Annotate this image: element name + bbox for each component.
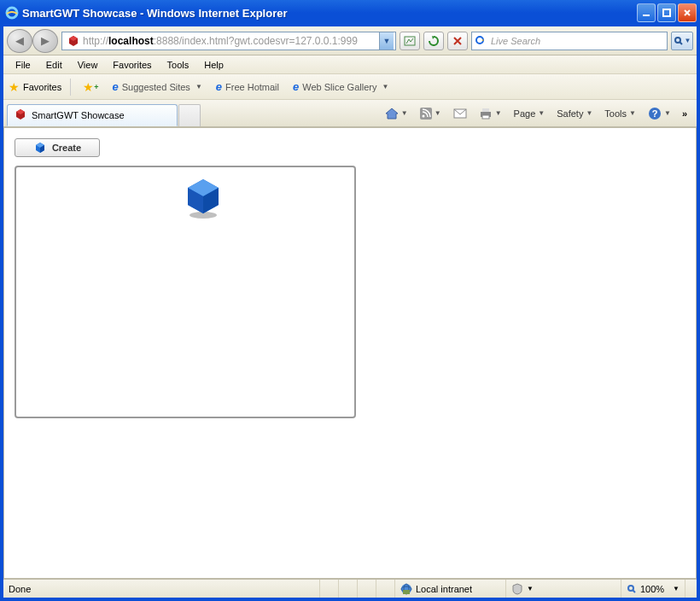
- zoom-control[interactable]: 100% ▼: [621, 580, 685, 598]
- menu-edit[interactable]: Edit: [39, 58, 69, 72]
- chevron-down-icon: ▼: [629, 109, 636, 117]
- help-button[interactable]: ? ▼: [645, 104, 674, 123]
- link-free-hotmail[interactable]: e Free Hotmail: [213, 79, 283, 95]
- svg-line-21: [633, 590, 635, 592]
- protected-mode-button[interactable]: ▼: [505, 580, 539, 598]
- cmd-label: Safety: [557, 108, 583, 119]
- cmd-label: Page: [514, 108, 536, 119]
- chevron-down-icon: ▼: [435, 109, 441, 117]
- refresh-button[interactable]: [423, 32, 444, 50]
- chevron-down-icon: ▼: [586, 109, 592, 117]
- cube-icon: [33, 141, 47, 155]
- address-dropdown[interactable]: ▼: [379, 32, 394, 50]
- globe-icon: [400, 583, 412, 595]
- page-menu[interactable]: Page▼: [510, 106, 549, 121]
- svg-point-8: [422, 114, 424, 117]
- tools-menu[interactable]: Tools▼: [601, 106, 639, 121]
- printer-icon: [479, 108, 493, 120]
- search-box[interactable]: Live Search: [471, 32, 668, 50]
- window-minimize-button[interactable]: [637, 3, 656, 22]
- back-button[interactable]: ◀: [7, 29, 32, 53]
- window-maximize-button[interactable]: [657, 3, 676, 22]
- home-button[interactable]: ▼: [382, 105, 411, 122]
- toolbar-overflow-button[interactable]: »: [680, 108, 690, 119]
- bing-icon: [475, 34, 487, 48]
- menu-file[interactable]: File: [9, 58, 38, 72]
- menu-help[interactable]: Help: [197, 58, 230, 72]
- svg-rect-19: [403, 590, 410, 594]
- chevron-down-icon: ▼: [673, 585, 680, 592]
- link-suggested-sites[interactable]: e Suggested Sites ▼: [109, 79, 206, 95]
- svg-text:?: ?: [652, 108, 658, 119]
- window-titlebar: SmartGWT Showcase - Windows Internet Exp…: [0, 0, 700, 26]
- cmd-label: Tools: [604, 108, 627, 119]
- tab-title: SmartGWT Showcase: [32, 110, 125, 120]
- menu-favorites[interactable]: Favorites: [106, 58, 158, 72]
- resize-grip[interactable]: [685, 580, 697, 598]
- grip-icon: [691, 584, 691, 594]
- shield-icon: [511, 583, 523, 595]
- chevron-down-icon: ▼: [495, 109, 502, 117]
- menu-bar: File Edit View Favorites Tools Help: [3, 55, 697, 74]
- menu-view[interactable]: View: [71, 58, 105, 72]
- svg-point-4: [476, 37, 483, 44]
- ie-app-icon: [5, 6, 19, 20]
- search-go-button[interactable]: ▼: [671, 32, 693, 50]
- forward-button[interactable]: ▶: [32, 29, 58, 53]
- favorites-button[interactable]: ★ Favorites: [9, 80, 61, 94]
- window-close-button[interactable]: [678, 3, 697, 22]
- security-zone[interactable]: Local intranet: [394, 580, 505, 598]
- window-title: SmartGWT Showcase - Windows Internet Exp…: [22, 7, 637, 20]
- create-button[interactable]: Create: [15, 138, 100, 157]
- mail-icon: [453, 108, 467, 119]
- address-bar[interactable]: http://localhost:8888/index.html?gwt.cod…: [61, 32, 396, 50]
- site-icon: [15, 108, 26, 122]
- search-placeholder: Live Search: [491, 36, 540, 46]
- new-tab-button[interactable]: [178, 104, 201, 126]
- link-web-slice-gallery[interactable]: e Web Slice Gallery ▼: [289, 79, 392, 95]
- star-plus-icon: ★: [83, 80, 94, 94]
- drawing-canvas[interactable]: [15, 166, 356, 418]
- status-bar: Done Local intranet ▼ 100% ▼: [3, 579, 697, 598]
- stop-button[interactable]: [447, 32, 468, 50]
- safety-menu[interactable]: Safety▼: [553, 106, 596, 121]
- svg-rect-2: [663, 9, 670, 16]
- chevron-down-icon: ▼: [664, 109, 671, 117]
- browser-tab[interactable]: SmartGWT Showcase: [7, 104, 178, 126]
- add-favorite-button[interactable]: ★ +: [79, 79, 102, 96]
- page-content: Create: [3, 127, 697, 579]
- svg-rect-1: [643, 15, 650, 16]
- link-label: Web Slice Gallery: [302, 82, 376, 92]
- chevron-down-icon: ▼: [382, 83, 388, 90]
- zoom-value: 100%: [640, 584, 664, 594]
- print-button[interactable]: ▼: [475, 105, 505, 122]
- svg-rect-12: [482, 115, 489, 119]
- draggable-cube[interactable]: [183, 176, 224, 217]
- read-mail-button[interactable]: [450, 106, 470, 121]
- link-label: Suggested Sites: [122, 82, 190, 92]
- ie-page-icon: e: [216, 80, 222, 93]
- chevron-down-icon: ▼: [401, 109, 408, 117]
- zoom-icon: [627, 584, 637, 594]
- chevron-down-icon: ▼: [538, 109, 545, 117]
- create-button-label: Create: [52, 143, 81, 153]
- navigation-toolbar: ◀ ▶ http://localhost:8888/index.html?gwt…: [3, 26, 697, 55]
- star-icon: ★: [9, 80, 20, 94]
- link-label: Free Hotmail: [225, 82, 279, 92]
- svg-rect-11: [482, 108, 489, 112]
- favorites-label: Favorites: [23, 82, 61, 92]
- menu-tools[interactable]: Tools: [160, 58, 196, 72]
- ie-page-icon: e: [293, 80, 299, 93]
- compat-view-button[interactable]: [400, 32, 420, 50]
- rss-icon: [420, 108, 432, 120]
- zone-label: Local intranet: [416, 584, 472, 594]
- feeds-button[interactable]: ▼: [417, 105, 445, 122]
- home-icon: [385, 108, 399, 120]
- svg-line-6: [680, 42, 682, 44]
- ie-page-icon: e: [113, 80, 119, 93]
- plus-icon: +: [94, 83, 98, 91]
- chevron-down-icon: ▼: [527, 585, 534, 592]
- tab-bar: SmartGWT Showcase ▼ ▼ ▼ Page▼ Safety▼ To…: [3, 100, 697, 127]
- url-text: http://localhost:8888/index.html?gwt.cod…: [83, 35, 379, 47]
- site-icon: [67, 34, 80, 48]
